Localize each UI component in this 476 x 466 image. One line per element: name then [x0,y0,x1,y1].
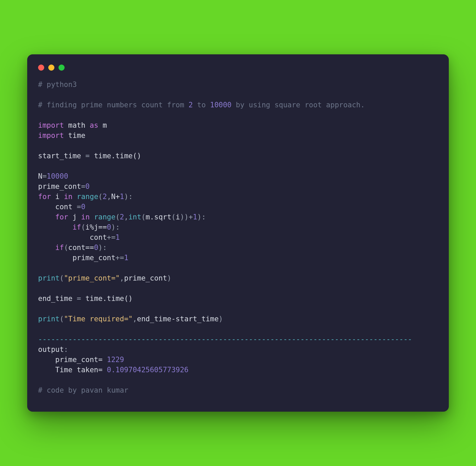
identifier: m.sqrt [146,213,171,221]
paren: ) [124,193,129,201]
output-value: 1229 [107,356,124,364]
operator: = [42,172,47,180]
output-label: output [38,345,64,354]
divider: ----------------------------------------… [38,335,412,343]
identifier: m [103,121,107,129]
call: time.time() [85,294,133,303]
literal: 10000 [210,101,232,109]
identifier: prime_cont [124,274,167,282]
minimize-icon[interactable] [48,65,54,71]
call: time.time() [94,152,141,160]
comma: , [133,315,137,323]
comment: to [193,101,210,109]
operator: += [107,233,115,241]
literal: 2 [189,101,193,109]
paren: ( [141,213,146,221]
literal: 2 [120,213,124,221]
literal: 1 [116,233,120,241]
keyword: as [90,121,98,129]
literal: 2 [103,193,107,201]
colon: : [103,244,107,252]
comma: , [124,213,129,221]
paren: ( [116,213,120,221]
paren: ( [64,244,68,252]
comment: # code by pavan kumar [38,386,129,394]
identifier: N [38,172,42,180]
operator: = [77,294,81,303]
identifier: prime_cont [72,254,115,262]
builtin: print [38,274,60,282]
paren: ) [111,223,116,231]
identifier: prime_cont [38,182,81,191]
keyword: if [72,223,81,231]
output-line: Time taken= [38,366,107,374]
comment: by using square root approach. [232,101,365,109]
operator: + [189,213,193,221]
keyword: for [55,213,68,221]
output-line: prime_cont= [38,356,107,364]
colon: : [202,213,206,221]
code-block: # python3 # finding prime numbers count … [38,79,438,395]
paren: ( [171,213,176,221]
colon: : [129,193,133,201]
builtin: print [38,315,60,323]
identifier: cont [90,233,107,241]
literal: 0 [94,244,98,252]
identifier: end_time [38,294,72,303]
condition: i%j== [85,223,107,231]
close-icon[interactable] [38,65,44,71]
literal: 0 [81,203,85,211]
literal: 10000 [47,172,68,180]
literal: 0 [85,182,90,191]
identifier: cont [55,203,73,211]
identifier: start_time [38,152,81,160]
paren: ( [60,274,64,282]
paren: ) [98,244,103,252]
paren: ) [219,315,223,323]
identifier: N+ [111,193,120,201]
expression: end_time-start_time [137,315,219,323]
operator: = [81,182,85,191]
paren: ) [184,213,189,221]
keyword: for [38,193,51,201]
literal: 1 [124,254,129,262]
literal: 1 [120,193,124,201]
colon: : [64,345,68,354]
keyword: import [38,131,64,140]
operator: = [85,152,90,160]
string: "Time required=" [64,315,133,323]
literal: 0 [107,223,111,231]
paren: ( [81,223,85,231]
traffic-lights [38,65,438,71]
comment: # finding prime numbers count from [38,101,189,109]
builtin: range [77,193,98,201]
builtin: int [129,213,141,221]
code-window: # python3 # finding prime numbers count … [27,54,449,412]
operator: += [116,254,124,262]
comma: , [107,193,111,201]
paren: ) [197,213,202,221]
output-value: 0.10970425605773926 [107,366,188,374]
literal: 1 [193,213,197,221]
keyword: import [38,121,64,129]
paren: ( [60,315,64,323]
identifier: j [72,213,77,221]
comment: # python3 [38,80,77,89]
operator: = [77,203,81,211]
paren: ( [98,193,103,201]
identifier: math [68,121,86,129]
paren: ) [167,274,171,282]
identifier: i [55,193,60,201]
comma: , [120,274,124,282]
colon: : [116,223,120,231]
identifier: time [68,131,86,140]
zoom-icon[interactable] [58,65,65,71]
keyword: in [81,213,89,221]
keyword: if [55,244,64,252]
identifier: i [176,213,180,221]
keyword: in [64,193,72,201]
paren: ) [180,213,184,221]
string: "prime_cont=" [64,274,120,282]
builtin: range [94,213,115,221]
condition: cont== [68,244,94,252]
